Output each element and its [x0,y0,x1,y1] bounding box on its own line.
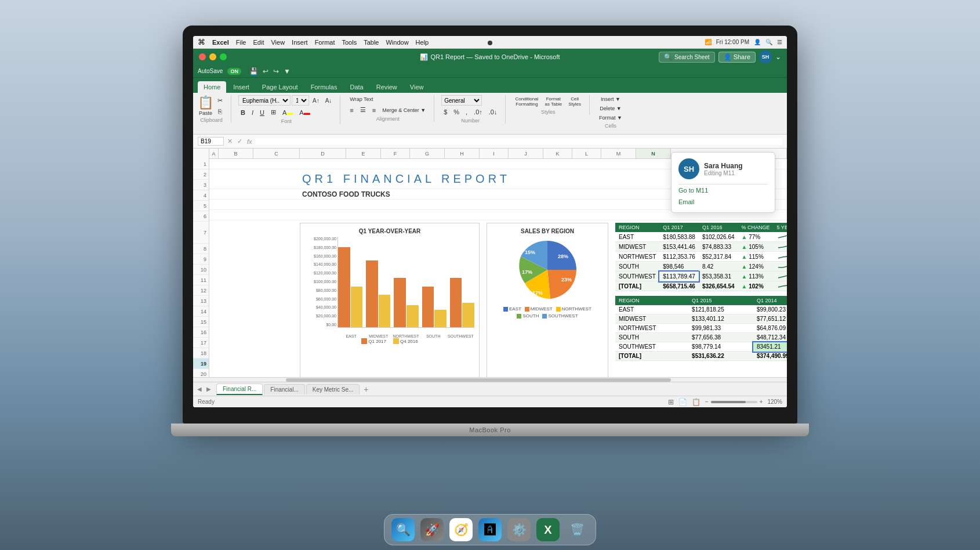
search-sheet-box[interactable]: 🔍 Search Sheet [659,52,715,63]
decrease-font-button[interactable]: A↓ [323,96,335,105]
zoom-slider[interactable] [711,401,757,403]
format-as-table-button[interactable]: Formatas Table [543,95,565,108]
col-header-b[interactable]: B [219,149,253,158]
normal-view-icon[interactable]: ⊞ [668,398,674,406]
tab-page-layout[interactable]: Page Layout [256,81,304,93]
merge-center-button[interactable]: Merge & Center ▼ [380,106,428,114]
format-cells-button[interactable]: Format ▼ [597,114,625,122]
sheet-tab-financial[interactable]: Financial... [264,384,304,395]
align-left-button[interactable]: ≡ [347,106,355,115]
align-center-button[interactable]: ☰ [358,105,368,115]
menu-excel[interactable]: Excel [212,39,229,46]
wrap-text-button[interactable]: Wrap Text [347,95,375,103]
col-header-g[interactable]: G [410,149,445,158]
tab-insert[interactable]: Insert [227,81,255,93]
cell-styles-button[interactable]: CellStyles [566,95,583,108]
zoom-in-button[interactable]: + [760,399,763,405]
app-store-icon[interactable]: 🅰 [478,518,502,541]
system-preferences-icon[interactable]: ⚙️ [507,518,531,541]
menu-format[interactable]: Format [315,39,335,46]
sheet-tab-financial-r[interactable]: Financial R... [216,383,263,395]
col-header-a[interactable]: A [209,149,219,158]
col-header-f[interactable]: F [381,149,410,158]
close-button[interactable] [199,53,206,60]
paste-button[interactable]: 📋 Paste [198,95,213,116]
email-action[interactable]: Email [678,197,768,207]
tab-data[interactable]: Data [344,81,369,93]
percent-button[interactable]: % [451,107,462,117]
menu-insert[interactable]: Insert [292,39,308,46]
decrease-decimal-button[interactable]: .0↓ [487,107,500,117]
menu-tools[interactable]: Tools [342,39,357,46]
autosave-toggle[interactable]: ON [227,68,241,75]
col-header-j[interactable]: J [509,149,543,158]
menu-window[interactable]: Window [386,39,408,46]
horizontal-scrollbar[interactable] [193,377,787,382]
user-avatar[interactable]: SH [759,50,772,63]
goto-m11-action[interactable]: Go to M11 [678,186,768,195]
font-size-select[interactable]: 10 [292,95,309,106]
next-sheet-button[interactable]: ▶ [205,385,213,393]
menu-help[interactable]: Help [416,39,429,46]
col-header-l[interactable]: L [572,149,601,158]
scrollbar-thumb[interactable] [286,378,671,382]
copy-button[interactable]: ⎘ [215,107,225,116]
share-button[interactable]: 👤 Share [718,52,756,63]
col-header-m[interactable]: M [601,149,636,158]
undo-icon[interactable]: ↩ [262,67,270,75]
comma-button[interactable]: , [463,107,470,117]
italic-button[interactable]: I [249,108,256,117]
redo-icon[interactable]: ↪ [272,67,280,75]
insert-cells-button[interactable]: Insert ▼ [597,95,625,103]
sheet-tab-key-metric[interactable]: Key Metric Se... [306,384,360,395]
collapse-icon[interactable]: ⌄ [775,53,781,61]
conditional-formatting-button[interactable]: ConditionalFormatting [513,95,540,108]
col-header-c[interactable]: C [253,149,300,158]
col-header-e[interactable]: E [346,149,381,158]
menu-table[interactable]: Table [364,39,379,46]
increase-font-button[interactable]: A↑ [310,96,322,105]
number-format-select[interactable]: General [441,95,482,106]
font-color-button[interactable]: A▬ [297,108,312,117]
currency-button[interactable]: $ [441,107,449,117]
zoom-out-button[interactable]: − [705,399,709,405]
page-layout-icon[interactable]: 📄 [678,398,687,406]
tab-formulas[interactable]: Formulas [305,81,343,93]
tab-home[interactable]: Home [198,81,226,93]
border-button[interactable]: ⊞ [268,107,278,117]
cut-button[interactable]: ✂ [215,96,225,106]
add-sheet-button[interactable]: + [361,384,371,395]
increase-decimal-button[interactable]: .0↑ [471,107,485,117]
tab-review[interactable]: Review [371,81,403,93]
col-header-n[interactable]: N [636,149,671,158]
menu-icon[interactable]: ☰ [777,39,782,45]
col-header-d[interactable]: D [300,149,346,158]
trash-icon[interactable]: 🗑️ [565,518,589,541]
page-break-icon[interactable]: 📋 [692,398,700,406]
cell-reference-input[interactable]: B19 [198,137,224,146]
launchpad-icon[interactable]: 🚀 [420,518,444,541]
safari-icon[interactable]: 🧭 [449,518,473,541]
tab-view[interactable]: View [404,81,430,93]
bold-button[interactable]: B [238,108,248,117]
align-right-button[interactable]: ≡ [370,106,378,115]
delete-cells-button[interactable]: Delete ▼ [597,104,625,113]
maximize-button[interactable] [220,53,227,60]
more-icon[interactable]: ▼ [282,67,292,75]
font-family-select[interactable]: Euphemia (H... [238,95,291,106]
save-icon[interactable]: 💾 [248,67,259,75]
col-header-i[interactable]: I [480,149,509,158]
apple-menu[interactable]: ⌘ [198,38,205,46]
menu-edit[interactable]: Edit [253,39,264,46]
fill-color-button[interactable]: A▬ [280,108,295,117]
finder-icon[interactable]: 🔍 [391,518,415,541]
menu-file[interactable]: File [236,39,246,46]
prev-sheet-button[interactable]: ◀ [195,385,204,393]
underline-button[interactable]: U [257,108,267,117]
excel-dock-icon[interactable]: X [536,518,560,541]
formula-input[interactable] [256,138,782,145]
search-icon[interactable]: 🔍 [765,39,772,45]
minimize-button[interactable] [209,53,216,60]
col-header-h[interactable]: H [445,149,480,158]
col-header-k[interactable]: K [543,149,572,158]
